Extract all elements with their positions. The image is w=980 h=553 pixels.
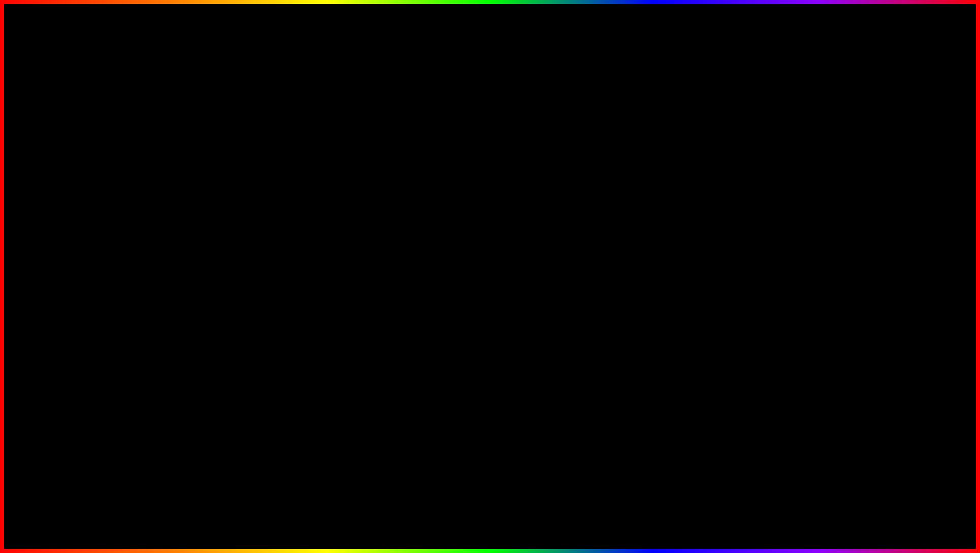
million-warriors-group: MILLION WARRIORS [748,452,930,528]
nav-btn-pet-dupe[interactable]: Pet Dupe [155,341,203,354]
ml-item-name-rock750k: Rock 750k [264,206,290,213]
ml-auto-rebirth-checkbox[interactable] [727,234,734,241]
ml-item-name-rock5m: Rock 5m [264,229,286,235]
ml-main-label: Main | (ALL ARE CLIENT-SIDED) [727,302,918,312]
svg-rect-4 [175,250,178,257]
speed-hub-logo-inner: Speed Hub X [158,222,199,262]
svg-point-6 [173,227,184,237]
ml-speed-thumb[interactable] [906,268,913,275]
ml-type-here-input[interactable]: Type Here [887,314,918,323]
ml-btn-main[interactable]: Main [217,172,257,184]
vg-menu-auto-durability[interactable]: Auto Durability [74,170,175,180]
ml-speed-label: Speed [727,263,743,269]
muscle-legend-body: Main player setting Weight ✅ Rock 150k ❌… [214,168,370,239]
ml-small-title: Muscle Legends [727,218,774,225]
hades-titlebar: ☰ HadesHub | Muscle Legends ⋮ 🔍 ✕ [722,137,913,151]
feature-auto-mystical-pullup: Auto Mystical Pullup [217,254,352,269]
feature-name-3: Auto Mystical Pullup [217,258,267,264]
vg-hub-titlebar: V.G Hub [74,127,271,138]
ml-small-close-btn[interactable]: X [913,218,918,226]
vg-menu-autofarm[interactable]: AutoFarm [74,152,175,161]
hades-strength-mode-label: Strength Training Mode [722,190,913,201]
ml-item-rock5m: Rock 5m ❌ [262,226,368,237]
ml-btn-player-setting[interactable]: player setting [217,186,257,203]
ml-jump-track [727,286,918,289]
svg-rect-2 [170,239,174,248]
ml-status-rock400k: ❌ [357,194,366,202]
ml-status-weight: ✅ [357,172,366,180]
million-text: MILLION [748,452,930,490]
ml-right-panel: Weight ✅ Rock 150k ❌ Rock 400k ❌ Rock 75… [260,168,370,239]
nav-btn-autofarm[interactable]: Auto Farm [155,287,203,299]
ml-item-rock400k: Rock 400k ❌ [262,193,368,204]
muscle-legend-title: Muscle Legend [218,159,263,166]
hades-auto-shrink-row: Auto Shrink - Use with Press/Boulder [722,178,913,190]
hades-close-btn[interactable]: ✕ [902,140,908,148]
ml-strength-row: Strength Type Here [727,312,918,325]
hades-title-right: ⋮ 🔍 ✕ [876,140,908,148]
speed-hub-logo-svg: Speed Hub X [166,227,191,257]
hades-title-game: Muscle Legends [773,140,818,147]
ml-small-titlebar: Muscle Legends X [722,216,923,228]
ml-item-name-rock400k: Rock 400k [264,195,290,201]
toggle-auto-mystical-pullup[interactable] [335,257,352,266]
hades-dots-btn[interactable]: ⋮ [876,140,883,148]
hades-menu-icon: ☰ [727,140,734,148]
ml-close-btn[interactable]: X [357,159,366,166]
muscle-legend-titlebar: Muscle Legend - X [214,157,370,168]
ml-jump-value: 50 [912,279,918,285]
vg-menu-automob[interactable]: AutoMob [74,161,175,170]
speed-hub-sidebar: Speed Hub X Main Auto Farm Farm Rebirths… [146,210,212,361]
ml-item-rock150k: Rock 150k ❌ [262,182,368,193]
hades-shrink-self-input[interactable]: Shrink Self [727,163,908,176]
ml-item-weight: Weight ✅ [262,170,368,182]
auto-farm-text: AUTO FARM [41,464,333,523]
ml-small-window: Muscle Legends X Auto-Rebirth CLICK THIS… [721,215,924,330]
ml-item-name-weight: Weight [264,173,281,179]
script-text: SCRIPT [343,478,473,519]
nav-btn-crystal[interactable]: Crystal [155,328,203,340]
ml-left-panel: Main player setting [214,168,260,239]
ml-item-name-rock150k: Rock 150k [264,184,290,190]
nav-btn-rebirths[interactable]: Rebirths [155,314,203,326]
vg-hub-tabs: Muscle Legends UI Settings [74,138,271,150]
ml-minimize-btn[interactable]: - [345,159,353,166]
hades-player-size-label: Player Size [722,151,913,161]
ml-strength-label: Strength [727,316,748,322]
ml-jump-slider-row: JumpPower 50 [727,276,918,292]
svg-rect-3 [183,239,187,248]
tab-muscle-legends[interactable]: Muscle Legends [74,138,129,150]
ml-item-name-rock1m: Rock 1m [264,218,286,224]
ml-item-rock1m: Rock 1m ❌ [262,215,368,226]
hades-search-btn[interactable]: 🔍 [888,140,897,148]
tab-ui-settings[interactable]: UI Settings [129,138,171,150]
pastebin-text: PASTEBIN [483,478,660,519]
nav-btn-farm[interactable]: Farm [155,300,203,313]
hades-hiding-spot-checkbox[interactable] [901,204,908,211]
hades-hiding-spot-row: Hiding Spot [722,201,913,214]
hades-hiding-spot-label: Hiding Spot [727,204,756,211]
ml-auto-rebirth-row: Auto-Rebirth [727,232,918,244]
ml-confirm-auto-rebirth[interactable]: CLICK THIS TO COMFIRM AUTO-REBIRTH [727,246,918,258]
ml-auto-rebirth-label: Auto-Rebirth [738,234,772,241]
speed-hub-logo: Speed Hub X [150,214,208,270]
warriors-text: WARRIORS [748,490,930,528]
ml-speed-slider-row: Speed 16 [727,260,918,276]
svg-rect-1 [174,238,184,251]
speed-hub-title: Speed Hub X [151,199,188,206]
watermark: MUSCLE LEGENDS [409,532,570,548]
ml-status-rock150k: ❌ [357,183,366,191]
ml-status-rock1m: ❌ [357,217,366,224]
vg-hub-title: V.G Hub [78,129,99,135]
svg-rect-5 [179,250,183,257]
ml-jump-thumb[interactable] [835,284,842,291]
vg-menu-rocks[interactable]: Rocks [74,180,175,189]
muscle-legend-window: Muscle Legend - X Main player setting We… [213,156,371,240]
nav-btn-main[interactable]: Main [155,273,203,285]
hades-auto-shrink-checkbox[interactable] [901,180,908,187]
ml-spoofing-label: Spoofing [727,292,918,302]
hades-title-left: ☰ HadesHub | Muscle Legends [727,140,818,148]
speed-hub-logo-circle: Speed Hub X [156,219,202,265]
speed-hub-nav: Main Auto Farm Farm Rebirths Crystal Pet… [150,270,208,357]
section-mystical-gym: Mystical Gym [217,244,352,254]
